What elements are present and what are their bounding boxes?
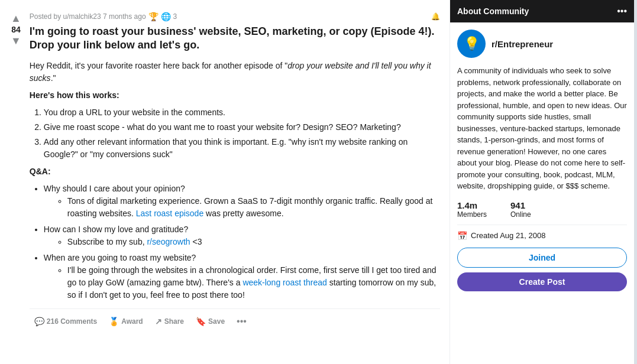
last-roast-link[interactable]: Last roast episode [136, 209, 203, 218]
trophy-icon: 🏆 [148, 12, 159, 21]
award-icon: 🏅 [109, 317, 119, 326]
qa-list: Why should I care about your opinion? To… [30, 183, 440, 301]
award-label: Award [121, 317, 143, 326]
award-count: 3 [173, 12, 177, 21]
community-name: r/Entrepreneur [492, 39, 553, 49]
community-description: A community of individuals who seek to s… [457, 65, 627, 192]
steps-list: You drop a URL to your website in the co… [30, 106, 440, 161]
community-avatar: 💡 [457, 30, 486, 58]
qa-answer-2-text: Subscribe to my sub, r/seogrowth <3 [67, 236, 440, 248]
comments-button[interactable]: 💬 216 Comments [30, 313, 102, 330]
save-label: Save [208, 317, 225, 326]
post-meta-text: Posted by u/malchik23 7 months ago [30, 12, 146, 21]
qa-answer-1-text: Tons of digital marketing experience. Gr… [67, 195, 440, 220]
members-label: Members [457, 210, 487, 219]
sidebar-header-title: About Community [457, 6, 529, 16]
sidebar: About Community ••• 💡 r/Entrepreneur A c… [450, 0, 634, 364]
post-wrapper: ▲ 84 ▼ Posted by u/malchik23 7 months ag… [9, 7, 440, 335]
main-content: ▲ 84 ▼ Posted by u/malchik23 7 months ag… [0, 0, 450, 364]
upvote-button[interactable]: ▲ [9, 12, 22, 25]
how-it-works-heading: Here's how this works: [30, 89, 440, 102]
share-label: Share [164, 317, 184, 326]
save-icon: 🔖 [196, 317, 206, 326]
award-button[interactable]: 🏅 Award [104, 313, 147, 330]
comments-label: 216 Comments [47, 317, 97, 326]
qa-answer-3: I'll be going through the websites in a … [44, 264, 440, 301]
created-row: 📅 Created Aug 21, 2008 [457, 231, 627, 240]
online-label: Online [510, 210, 531, 219]
calendar-icon: 📅 [457, 231, 467, 240]
sidebar-body: 💡 r/Entrepreneur A community of individu… [450, 22, 634, 298]
joined-button[interactable]: Joined [457, 248, 627, 268]
share-icon: ↗ [155, 317, 162, 326]
step-2: Give me roast scope - what do you want m… [44, 121, 440, 134]
comments-icon: 💬 [34, 317, 44, 326]
intro-paragraph: Hey Reddit, it's your favorite roaster h… [30, 60, 440, 84]
globe-icon: 🌐 [161, 12, 171, 21]
community-avatar-icon: 💡 [464, 36, 480, 51]
content-area: Posted by u/malchik23 7 months ago 🏆 🌐 3… [30, 12, 440, 330]
community-info: 💡 r/Entrepreneur [457, 30, 627, 58]
post-title: I'm going to roast your business' websit… [30, 25, 440, 53]
step-1: You drop a URL to your website in the co… [44, 106, 440, 119]
sidebar-more-button[interactable]: ••• [617, 6, 627, 17]
qa-item-2: How can I show my love and gratitude? Su… [44, 223, 440, 248]
seogrowth-link[interactable]: r/seogrowth [147, 237, 190, 246]
sidebar-header: About Community ••• [450, 0, 634, 22]
members-stat: 1.4m Members [457, 200, 487, 219]
qa-heading: Q&A: [30, 165, 440, 178]
post-meta: Posted by u/malchik23 7 months ago 🏆 🌐 3… [30, 12, 440, 21]
bell-icon[interactable]: 🔔 [431, 12, 440, 21]
created-text: Created Aug 21, 2008 [471, 231, 546, 240]
qa-answer-3-text: I'll be going through the websites in a … [67, 264, 440, 301]
online-count: 941 [510, 200, 531, 210]
share-button[interactable]: ↗ Share [150, 313, 189, 330]
members-count: 1.4m [457, 200, 487, 210]
save-button[interactable]: 🔖 Save [191, 313, 229, 330]
vote-column: ▲ 84 ▼ [9, 12, 22, 47]
qa-item-3: When are you going to roast my website? … [44, 252, 440, 301]
vote-count: 84 [11, 25, 21, 34]
community-stats: 1.4m Members 941 Online [457, 200, 627, 219]
qa-answer-1: Tons of digital marketing experience. Gr… [44, 195, 440, 220]
qa-item-1: Why should I care about your opinion? To… [44, 183, 440, 220]
downvote-button[interactable]: ▼ [9, 34, 22, 47]
qa-answer-2: Subscribe to my sub, r/seogrowth <3 [44, 236, 440, 248]
stats-divider [457, 225, 627, 225]
create-post-button[interactable]: Create Post [457, 272, 627, 291]
roast-thread-link[interactable]: week-long roast thread [242, 278, 326, 287]
online-stat: 941 Online [510, 200, 531, 219]
step-3: Add any other relevant information that … [44, 136, 440, 161]
more-button[interactable]: ••• [232, 313, 251, 330]
post-body: Hey Reddit, it's your favorite roaster h… [30, 60, 440, 301]
post-actions: 💬 216 Comments 🏅 Award ↗ Share 🔖 Save ••… [30, 308, 440, 330]
